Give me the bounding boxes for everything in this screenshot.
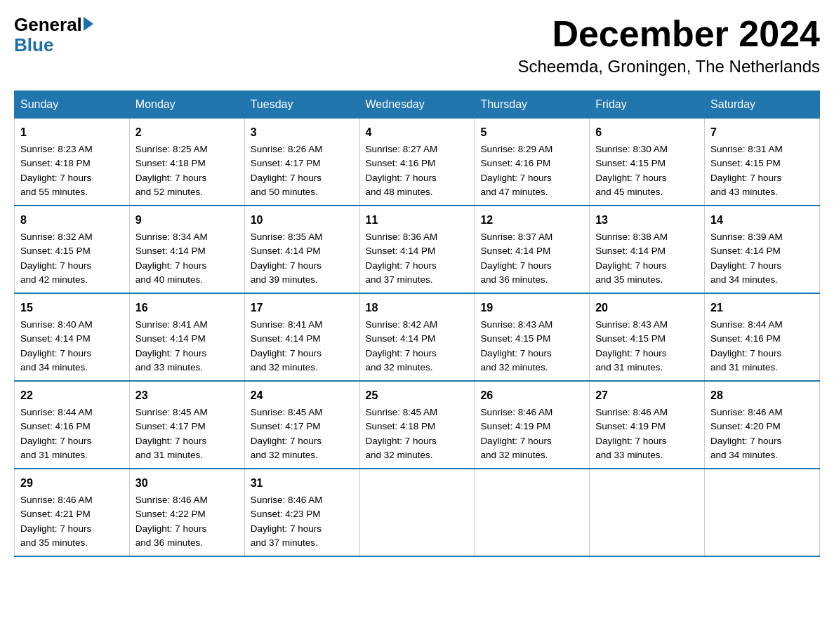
sunset-text: Sunset: 4:14 PM: [135, 244, 239, 258]
col-monday: Monday: [129, 91, 244, 119]
calendar-cell: 11Sunrise: 8:36 AMSunset: 4:14 PMDayligh…: [359, 206, 475, 293]
daylight-minutes: and 37 minutes.: [366, 273, 469, 287]
daylight-text: Daylight: 7 hours: [135, 522, 239, 536]
daylight-text: Daylight: 7 hours: [480, 347, 583, 361]
day-number: 3: [251, 124, 354, 141]
day-number: 27: [595, 387, 699, 404]
sunset-text: Sunset: 4:15 PM: [595, 332, 699, 346]
daylight-text: Daylight: 7 hours: [480, 259, 583, 273]
daylight-text: Daylight: 7 hours: [135, 171, 239, 185]
sunrise-text: Sunrise: 8:45 AM: [366, 405, 469, 420]
daylight-minutes: and 34 minutes.: [710, 273, 814, 287]
daylight-minutes: and 36 minutes.: [480, 273, 583, 287]
day-number: 22: [20, 387, 124, 404]
day-number: 5: [480, 124, 583, 141]
calendar-cell: 26Sunrise: 8:46 AMSunset: 4:19 PMDayligh…: [475, 381, 590, 469]
calendar-cell: 25Sunrise: 8:45 AMSunset: 4:18 PMDayligh…: [359, 381, 475, 469]
daylight-text: Daylight: 7 hours: [135, 434, 239, 448]
sunset-text: Sunset: 4:14 PM: [135, 332, 239, 346]
day-number: 2: [135, 124, 239, 141]
daylight-minutes: and 32 minutes.: [251, 448, 354, 462]
daylight-text: Daylight: 7 hours: [251, 434, 354, 448]
sunrise-text: Sunrise: 8:41 AM: [251, 318, 354, 332]
calendar-cell: 14Sunrise: 8:39 AMSunset: 4:14 PMDayligh…: [705, 206, 820, 293]
sunset-text: Sunset: 4:14 PM: [366, 332, 469, 346]
calendar-cell: 6Sunrise: 8:30 AMSunset: 4:15 PMDaylight…: [590, 119, 705, 206]
col-friday: Friday: [590, 91, 705, 119]
sunrise-text: Sunrise: 8:32 AM: [20, 230, 124, 244]
calendar-cell: 20Sunrise: 8:43 AMSunset: 4:15 PMDayligh…: [590, 293, 705, 381]
week-row-5: 29Sunrise: 8:46 AMSunset: 4:21 PMDayligh…: [15, 469, 820, 556]
daylight-text: Daylight: 7 hours: [595, 171, 699, 185]
sunrise-text: Sunrise: 8:44 AM: [710, 318, 814, 332]
col-saturday: Saturday: [705, 91, 820, 119]
calendar-cell: 17Sunrise: 8:41 AMSunset: 4:14 PMDayligh…: [244, 293, 359, 381]
logo-general: General: [14, 14, 82, 36]
sunset-text: Sunset: 4:20 PM: [710, 420, 814, 434]
sunrise-text: Sunrise: 8:40 AM: [20, 318, 124, 332]
calendar-cell: 2Sunrise: 8:25 AMSunset: 4:18 PMDaylight…: [129, 119, 244, 206]
sunset-text: Sunset: 4:14 PM: [251, 332, 354, 346]
sunrise-text: Sunrise: 8:45 AM: [135, 405, 239, 420]
header: General Blue December 2024 Scheemda, Gro…: [14, 14, 820, 76]
week-row-4: 22Sunrise: 8:44 AMSunset: 4:16 PMDayligh…: [15, 381, 820, 469]
month-title: December 2024: [518, 14, 821, 54]
day-number: 13: [595, 212, 699, 229]
header-row: Sunday Monday Tuesday Wednesday Thursday…: [15, 91, 820, 119]
sunset-text: Sunset: 4:15 PM: [710, 156, 814, 170]
logo: General Blue: [14, 14, 93, 56]
calendar-cell: 29Sunrise: 8:46 AMSunset: 4:21 PMDayligh…: [15, 469, 130, 556]
daylight-minutes: and 31 minutes.: [135, 448, 239, 462]
day-number: 18: [366, 300, 469, 316]
sunset-text: Sunset: 4:14 PM: [20, 332, 124, 346]
daylight-minutes: and 34 minutes.: [710, 448, 814, 462]
daylight-minutes: and 35 minutes.: [20, 536, 124, 550]
sunset-text: Sunset: 4:14 PM: [595, 244, 699, 258]
col-thursday: Thursday: [475, 91, 590, 119]
daylight-minutes: and 47 minutes.: [480, 185, 583, 199]
daylight-text: Daylight: 7 hours: [595, 347, 699, 361]
sunrise-text: Sunrise: 8:43 AM: [595, 318, 699, 332]
calendar-cell: 10Sunrise: 8:35 AMSunset: 4:14 PMDayligh…: [244, 206, 359, 293]
daylight-text: Daylight: 7 hours: [20, 522, 124, 536]
daylight-minutes: and 40 minutes.: [135, 273, 239, 287]
week-row-1: 1Sunrise: 8:23 AMSunset: 4:18 PMDaylight…: [15, 119, 820, 206]
day-number: 21: [710, 300, 814, 316]
day-number: 16: [135, 300, 239, 316]
calendar-cell: 18Sunrise: 8:42 AMSunset: 4:14 PMDayligh…: [359, 293, 475, 381]
day-number: 10: [251, 212, 354, 229]
calendar-cell: 28Sunrise: 8:46 AMSunset: 4:20 PMDayligh…: [705, 381, 820, 469]
daylight-text: Daylight: 7 hours: [366, 171, 469, 185]
day-number: 28: [710, 387, 814, 404]
title-area: December 2024 Scheemda, Groningen, The N…: [518, 14, 821, 76]
daylight-text: Daylight: 7 hours: [135, 259, 239, 273]
sunset-text: Sunset: 4:19 PM: [480, 420, 583, 434]
daylight-minutes: and 48 minutes.: [366, 185, 469, 199]
col-wednesday: Wednesday: [359, 91, 475, 119]
col-tuesday: Tuesday: [244, 91, 359, 119]
day-number: 19: [480, 300, 583, 316]
daylight-text: Daylight: 7 hours: [251, 347, 354, 361]
daylight-minutes: and 45 minutes.: [595, 185, 699, 199]
sunrise-text: Sunrise: 8:39 AM: [710, 230, 814, 244]
logo-arrow-icon: [84, 17, 93, 31]
sunrise-text: Sunrise: 8:45 AM: [251, 405, 354, 420]
daylight-text: Daylight: 7 hours: [251, 522, 354, 536]
daylight-text: Daylight: 7 hours: [366, 259, 469, 273]
day-number: 8: [20, 212, 124, 229]
sunset-text: Sunset: 4:16 PM: [20, 420, 124, 434]
daylight-text: Daylight: 7 hours: [20, 347, 124, 361]
day-number: 23: [135, 387, 239, 404]
sunset-text: Sunset: 4:22 PM: [135, 507, 239, 521]
daylight-minutes: and 31 minutes.: [595, 361, 699, 375]
sunset-text: Sunset: 4:16 PM: [710, 332, 814, 346]
sunrise-text: Sunrise: 8:42 AM: [366, 318, 469, 332]
sunset-text: Sunset: 4:18 PM: [20, 156, 124, 170]
day-number: 4: [366, 124, 469, 141]
calendar-cell: 23Sunrise: 8:45 AMSunset: 4:17 PMDayligh…: [129, 381, 244, 469]
sunset-text: Sunset: 4:23 PM: [251, 507, 354, 521]
daylight-minutes: and 36 minutes.: [135, 536, 239, 550]
daylight-text: Daylight: 7 hours: [595, 434, 699, 448]
calendar-cell: 24Sunrise: 8:45 AMSunset: 4:17 PMDayligh…: [244, 381, 359, 469]
sunrise-text: Sunrise: 8:37 AM: [480, 230, 583, 244]
